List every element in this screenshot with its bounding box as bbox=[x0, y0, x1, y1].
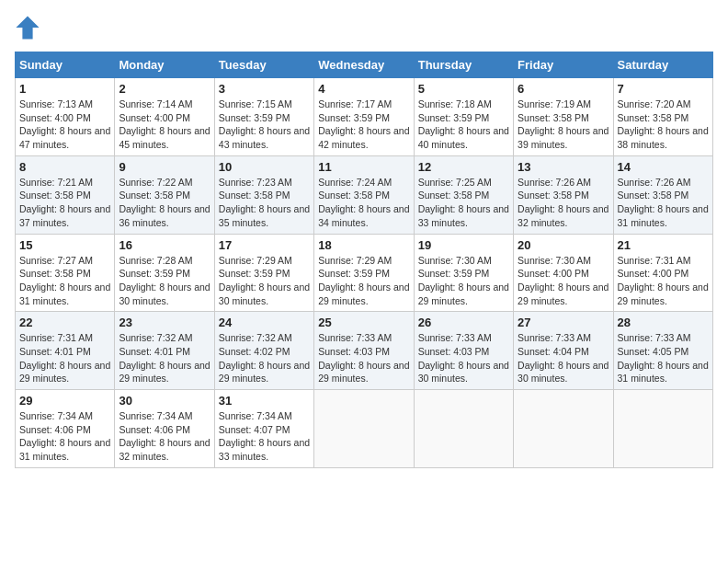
day-number: 16 bbox=[119, 238, 210, 252]
calendar-body: 1 Sunrise: 7:13 AMSunset: 4:00 PMDayligh… bbox=[16, 78, 713, 468]
cell-info: Sunrise: 7:19 AMSunset: 3:58 PMDaylight:… bbox=[518, 98, 609, 150]
cell-info: Sunrise: 7:26 AMSunset: 3:58 PMDaylight:… bbox=[518, 177, 609, 228]
calendar-cell: 9 Sunrise: 7:22 AMSunset: 3:58 PMDayligh… bbox=[115, 155, 214, 234]
cell-info: Sunrise: 7:21 AMSunset: 3:58 PMDaylight:… bbox=[19, 177, 110, 228]
cell-info: Sunrise: 7:17 AMSunset: 3:59 PMDaylight:… bbox=[318, 98, 409, 150]
calendar-cell: 30 Sunrise: 7:34 AMSunset: 4:06 PMDaylig… bbox=[115, 390, 214, 468]
cell-info: Sunrise: 7:23 AMSunset: 3:58 PMDaylight:… bbox=[219, 177, 310, 228]
day-number: 3 bbox=[219, 82, 310, 96]
day-number: 2 bbox=[119, 82, 210, 96]
calendar-cell: 6 Sunrise: 7:19 AMSunset: 3:58 PMDayligh… bbox=[514, 78, 613, 156]
day-number: 14 bbox=[618, 160, 709, 174]
day-number: 5 bbox=[418, 82, 509, 96]
calendar-cell: 17 Sunrise: 7:29 AMSunset: 3:59 PMDaylig… bbox=[214, 234, 313, 312]
cell-info: Sunrise: 7:33 AMSunset: 4:03 PMDaylight:… bbox=[418, 332, 509, 384]
cell-info: Sunrise: 7:20 AMSunset: 3:58 PMDaylight:… bbox=[618, 98, 709, 150]
day-number: 18 bbox=[318, 238, 409, 252]
cell-info: Sunrise: 7:32 AMSunset: 4:02 PMDaylight:… bbox=[219, 332, 310, 384]
cell-info: Sunrise: 7:15 AMSunset: 3:59 PMDaylight:… bbox=[219, 98, 310, 150]
calendar-cell: 3 Sunrise: 7:15 AMSunset: 3:59 PMDayligh… bbox=[214, 78, 313, 156]
cell-info: Sunrise: 7:33 AMSunset: 4:05 PMDaylight:… bbox=[618, 332, 709, 384]
cell-info: Sunrise: 7:34 AMSunset: 4:07 PMDaylight:… bbox=[219, 410, 310, 462]
day-number: 21 bbox=[618, 238, 709, 252]
calendar-cell: 18 Sunrise: 7:29 AMSunset: 3:59 PMDaylig… bbox=[314, 234, 414, 312]
calendar-cell: 28 Sunrise: 7:33 AMSunset: 4:05 PMDaylig… bbox=[613, 312, 712, 390]
weekday-saturday: Saturday bbox=[613, 52, 712, 78]
cell-info: Sunrise: 7:22 AMSunset: 3:58 PMDaylight:… bbox=[119, 177, 210, 228]
cell-info: Sunrise: 7:34 AMSunset: 4:06 PMDaylight:… bbox=[119, 410, 210, 462]
day-number: 24 bbox=[219, 316, 310, 329]
calendar-cell: 11 Sunrise: 7:24 AMSunset: 3:58 PMDaylig… bbox=[314, 155, 414, 234]
calendar-cell: 2 Sunrise: 7:14 AMSunset: 4:00 PMDayligh… bbox=[115, 78, 214, 156]
day-number: 26 bbox=[418, 316, 509, 329]
calendar-cell: 14 Sunrise: 7:26 AMSunset: 3:58 PMDaylig… bbox=[613, 155, 712, 234]
calendar-cell: 8 Sunrise: 7:21 AMSunset: 3:58 PMDayligh… bbox=[16, 155, 115, 234]
day-number: 22 bbox=[19, 316, 110, 329]
calendar-cell: 22 Sunrise: 7:31 AMSunset: 4:01 PMDaylig… bbox=[16, 312, 115, 390]
cell-info: Sunrise: 7:31 AMSunset: 4:00 PMDaylight:… bbox=[618, 255, 709, 306]
cell-info: Sunrise: 7:28 AMSunset: 3:59 PMDaylight:… bbox=[119, 255, 210, 306]
calendar-cell: 1 Sunrise: 7:13 AMSunset: 4:00 PMDayligh… bbox=[16, 78, 115, 156]
calendar-cell: 25 Sunrise: 7:33 AMSunset: 4:03 PMDaylig… bbox=[314, 312, 414, 390]
week-row-4: 22 Sunrise: 7:31 AMSunset: 4:01 PMDaylig… bbox=[16, 312, 713, 390]
weekday-thursday: Thursday bbox=[414, 52, 513, 78]
calendar-cell bbox=[414, 390, 513, 468]
day-number: 4 bbox=[318, 82, 409, 96]
cell-info: Sunrise: 7:30 AMSunset: 3:59 PMDaylight:… bbox=[418, 255, 509, 306]
calendar-cell: 26 Sunrise: 7:33 AMSunset: 4:03 PMDaylig… bbox=[414, 312, 513, 390]
cell-info: Sunrise: 7:13 AMSunset: 4:00 PMDaylight:… bbox=[19, 98, 110, 150]
weekday-friday: Friday bbox=[514, 52, 613, 78]
calendar-cell: 5 Sunrise: 7:18 AMSunset: 3:59 PMDayligh… bbox=[414, 78, 513, 156]
cell-info: Sunrise: 7:31 AMSunset: 4:01 PMDaylight:… bbox=[19, 332, 110, 384]
day-number: 28 bbox=[618, 316, 709, 329]
calendar-cell: 24 Sunrise: 7:32 AMSunset: 4:02 PMDaylig… bbox=[214, 312, 313, 390]
day-number: 1 bbox=[19, 82, 110, 96]
week-row-2: 8 Sunrise: 7:21 AMSunset: 3:58 PMDayligh… bbox=[16, 155, 713, 234]
calendar-cell: 31 Sunrise: 7:34 AMSunset: 4:07 PMDaylig… bbox=[214, 390, 313, 468]
cell-info: Sunrise: 7:33 AMSunset: 4:04 PMDaylight:… bbox=[518, 332, 609, 384]
calendar-table: SundayMondayTuesdayWednesdayThursdayFrid… bbox=[15, 52, 713, 468]
header bbox=[15, 15, 713, 40]
calendar-cell: 15 Sunrise: 7:27 AMSunset: 3:58 PMDaylig… bbox=[16, 234, 115, 312]
day-number: 23 bbox=[119, 316, 210, 329]
day-number: 25 bbox=[318, 316, 409, 329]
logo-icon bbox=[15, 15, 40, 40]
weekday-wednesday: Wednesday bbox=[314, 52, 414, 78]
weekday-monday: Monday bbox=[115, 52, 214, 78]
calendar-cell: 27 Sunrise: 7:33 AMSunset: 4:04 PMDaylig… bbox=[514, 312, 613, 390]
svg-marker-0 bbox=[16, 16, 39, 39]
cell-info: Sunrise: 7:34 AMSunset: 4:06 PMDaylight:… bbox=[19, 410, 110, 462]
day-number: 29 bbox=[19, 394, 110, 408]
calendar-cell bbox=[514, 390, 613, 468]
week-row-5: 29 Sunrise: 7:34 AMSunset: 4:06 PMDaylig… bbox=[16, 390, 713, 468]
day-number: 15 bbox=[19, 238, 110, 252]
weekday-tuesday: Tuesday bbox=[214, 52, 313, 78]
logo bbox=[15, 15, 44, 40]
calendar-cell: 13 Sunrise: 7:26 AMSunset: 3:58 PMDaylig… bbox=[514, 155, 613, 234]
calendar-cell: 19 Sunrise: 7:30 AMSunset: 3:59 PMDaylig… bbox=[414, 234, 513, 312]
cell-info: Sunrise: 7:29 AMSunset: 3:59 PMDaylight:… bbox=[318, 255, 409, 306]
calendar-cell: 10 Sunrise: 7:23 AMSunset: 3:58 PMDaylig… bbox=[214, 155, 313, 234]
weekday-sunday: Sunday bbox=[16, 52, 115, 78]
day-number: 17 bbox=[219, 238, 310, 252]
calendar-cell: 16 Sunrise: 7:28 AMSunset: 3:59 PMDaylig… bbox=[115, 234, 214, 312]
day-number: 20 bbox=[518, 238, 609, 252]
cell-info: Sunrise: 7:25 AMSunset: 3:58 PMDaylight:… bbox=[418, 177, 509, 228]
calendar-cell: 7 Sunrise: 7:20 AMSunset: 3:58 PMDayligh… bbox=[613, 78, 712, 156]
cell-info: Sunrise: 7:24 AMSunset: 3:58 PMDaylight:… bbox=[318, 177, 409, 228]
day-number: 31 bbox=[219, 394, 310, 408]
cell-info: Sunrise: 7:18 AMSunset: 3:59 PMDaylight:… bbox=[418, 98, 509, 150]
calendar-cell: 4 Sunrise: 7:17 AMSunset: 3:59 PMDayligh… bbox=[314, 78, 414, 156]
calendar-cell bbox=[613, 390, 712, 468]
cell-info: Sunrise: 7:27 AMSunset: 3:58 PMDaylight:… bbox=[19, 255, 110, 306]
cell-info: Sunrise: 7:33 AMSunset: 4:03 PMDaylight:… bbox=[318, 332, 409, 384]
cell-info: Sunrise: 7:29 AMSunset: 3:59 PMDaylight:… bbox=[219, 255, 310, 306]
day-number: 10 bbox=[219, 160, 310, 174]
day-number: 6 bbox=[518, 82, 609, 96]
cell-info: Sunrise: 7:30 AMSunset: 4:00 PMDaylight:… bbox=[518, 255, 609, 306]
day-number: 12 bbox=[418, 160, 509, 174]
calendar-cell bbox=[314, 390, 414, 468]
day-number: 27 bbox=[518, 316, 609, 329]
day-number: 30 bbox=[119, 394, 210, 408]
day-number: 19 bbox=[418, 238, 509, 252]
